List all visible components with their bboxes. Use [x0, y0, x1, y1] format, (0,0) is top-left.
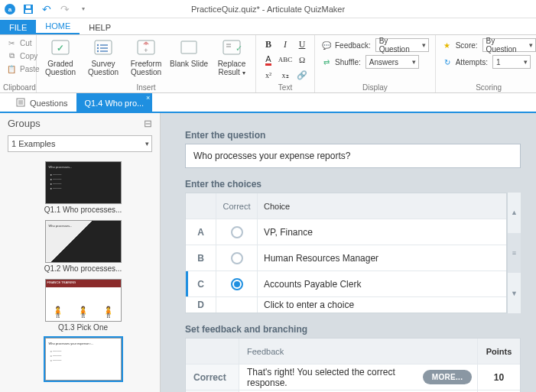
document-tabs: Questions Q1.4 Who pro... ×: [0, 93, 536, 113]
score-label: ★Score:: [442, 40, 478, 50]
copy-button[interactable]: ⧉Copy: [5, 50, 41, 62]
collapse-icon[interactable]: ⊟: [144, 118, 152, 129]
svg-rect-7: [95, 40, 112, 54]
tab-home[interactable]: HOME: [36, 18, 80, 34]
hyperlink-button[interactable]: 🔗: [296, 69, 308, 81]
group-display: 💬Feedback: By Question ⇄Shuffle: Answers…: [315, 35, 436, 92]
thumb-q1-4[interactable]: Who processes your expense r...○ ────○ ─…: [34, 338, 133, 382]
group-insert: ✓Graded Question Survey Question +Freefo…: [37, 35, 256, 92]
choice-row[interactable]: B Human Resources Manager: [186, 245, 506, 271]
graded-question-button[interactable]: ✓Graded Question: [40, 37, 81, 76]
question-input[interactable]: Who processes your expense reports?: [185, 144, 521, 168]
choice-row[interactable]: A VP, Finance: [186, 219, 506, 245]
radio-a[interactable]: [231, 226, 243, 238]
radio-b[interactable]: [231, 252, 243, 264]
title-bar: a ↶ ↷ ▾ PracticeQuiz.quiz* - Articulate …: [0, 0, 536, 18]
thumb-q1-2[interactable]: Who processes... Q1.2 Who processes...: [34, 220, 133, 273]
ribbon: ✂Cut ⧉Copy 📋Paste Clipboard ✓Graded Ques…: [0, 35, 536, 93]
thumb-q1-1[interactable]: Who processes...● ────● ────● ────● ────…: [34, 161, 133, 214]
svg-text:a: a: [8, 6, 12, 13]
replace-result-button[interactable]: ✓Replace Result ▾: [211, 37, 252, 77]
groups-dropdown[interactable]: 1 Examples: [8, 135, 152, 152]
attempts-icon: ↻: [442, 57, 453, 67]
survey-question-icon: [93, 38, 114, 58]
undo-icon[interactable]: ↶: [40, 2, 54, 16]
cut-button[interactable]: ✂Cut: [5, 37, 41, 49]
radio-c[interactable]: [231, 278, 243, 290]
spellcheck-button[interactable]: ABC: [279, 53, 291, 66]
freeform-question-icon: +: [135, 38, 157, 58]
feedback-label: 💬Feedback:: [321, 40, 371, 50]
underline-button[interactable]: U: [296, 38, 308, 50]
thumb-q1-3[interactable]: FINANCE TRAINING🧍🧍🧍 Q1.3 Pick One: [34, 279, 133, 332]
copy-icon: ⧉: [6, 50, 17, 61]
group-display-label: Display: [318, 83, 432, 92]
choice-row[interactable]: D Click to enter a choice: [186, 297, 506, 313]
col-correct: Correct: [216, 193, 258, 219]
graded-question-icon: ✓: [50, 38, 71, 58]
group-text-label: Text: [259, 83, 311, 92]
tab-file[interactable]: FILE: [0, 20, 36, 34]
shuffle-icon: ⇄: [321, 57, 332, 67]
group-insert-label: Insert: [40, 83, 252, 92]
font-color-button[interactable]: A: [262, 53, 274, 66]
svg-point-10: [97, 50, 99, 52]
move-up-button[interactable]: ▲: [507, 193, 521, 233]
score-icon: ★: [442, 40, 453, 50]
svg-rect-4: [26, 5, 31, 8]
tab-help[interactable]: HELP: [80, 20, 120, 34]
editor-panel: Enter the question Who processes your ex…: [161, 113, 536, 392]
questions-icon: [16, 98, 25, 109]
feedback-title: Set feedback and branching: [185, 324, 536, 335]
close-icon[interactable]: ×: [146, 94, 150, 102]
freeform-question-button[interactable]: +Freeform Question: [125, 37, 167, 76]
col-points: Points: [477, 339, 520, 364]
group-text: B I U A ABC Ω x² x₂ 🔗 Text: [256, 35, 315, 92]
subscript-button[interactable]: x₂: [279, 69, 291, 81]
svg-text:✓: ✓: [236, 44, 242, 53]
feedback-dropdown[interactable]: By Question: [375, 38, 429, 52]
app-icon: a: [3, 2, 17, 16]
replace-result-icon: ✓: [221, 38, 242, 58]
score-dropdown[interactable]: By Question: [482, 38, 536, 52]
more-button-correct[interactable]: MORE...: [423, 370, 472, 384]
move-down-button[interactable]: ▼: [507, 273, 521, 313]
blank-slide-icon: [178, 38, 200, 58]
group-clipboard: ✂Cut ⧉Copy 📋Paste Clipboard: [0, 35, 37, 92]
doctab-questions[interactable]: Questions: [8, 93, 76, 112]
groups-title: Groups: [8, 118, 41, 129]
superscript-button[interactable]: x²: [262, 69, 274, 81]
bold-button[interactable]: B: [262, 38, 274, 50]
svg-text:✓: ✓: [57, 43, 64, 53]
shuffle-dropdown[interactable]: Answers: [365, 55, 419, 69]
group-clipboard-label: Clipboard: [3, 83, 33, 92]
enter-question-label: Enter the question: [185, 130, 536, 141]
choice-row[interactable]: C Accounts Payable Clerk: [186, 271, 506, 297]
svg-rect-13: [181, 41, 197, 53]
paste-icon: 📋: [6, 63, 17, 74]
symbol-button[interactable]: Ω: [296, 53, 308, 66]
col-feedback: Feedback: [239, 339, 417, 364]
qat-dropdown-icon[interactable]: ▾: [76, 2, 90, 16]
svg-point-8: [97, 44, 99, 46]
group-scoring: ★Score: By Question ↻Attempts: 1 Scoring: [436, 35, 536, 92]
svg-text:+: +: [144, 47, 148, 54]
group-scoring-label: Scoring: [439, 83, 536, 92]
doctab-active[interactable]: Q1.4 Who pro... ×: [76, 93, 153, 112]
ribbon-tabs: FILE HOME HELP: [0, 18, 536, 35]
thumbnails[interactable]: Who processes...● ────● ────● ────● ────…: [0, 155, 160, 392]
survey-question-button[interactable]: Survey Question: [83, 37, 124, 76]
sidebar: Groups ⊟ 1 Examples Who processes...● ──…: [0, 113, 161, 392]
attempts-dropdown[interactable]: 1: [492, 55, 531, 69]
enter-choices-label: Enter the choices: [185, 179, 536, 190]
col-choice: Choice: [258, 193, 506, 219]
blank-slide-button[interactable]: Blank Slide: [168, 37, 210, 68]
feedback-row-correct[interactable]: Correct That's right! You selected the c…: [186, 364, 520, 390]
save-icon[interactable]: [21, 2, 35, 16]
feedback-icon: 💬: [321, 40, 332, 50]
paste-button[interactable]: 📋Paste: [5, 63, 41, 75]
svg-point-9: [97, 47, 99, 49]
drag-handle[interactable]: ≡: [507, 233, 521, 274]
redo-icon[interactable]: ↷: [58, 2, 72, 16]
italic-button[interactable]: I: [279, 38, 291, 50]
